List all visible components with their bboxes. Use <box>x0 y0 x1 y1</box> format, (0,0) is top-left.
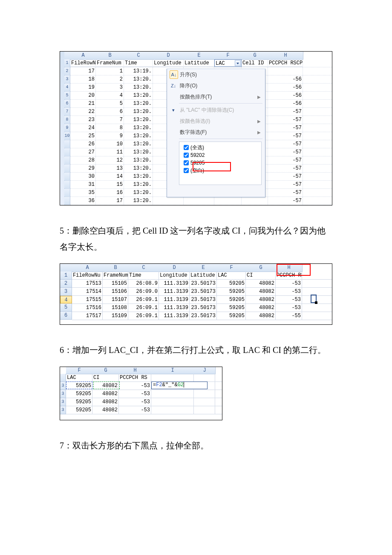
header-cell[interactable]: Latitude <box>190 272 217 279</box>
filter-checklist[interactable]: (全选) 59202 59205 (空白) <box>179 142 262 185</box>
data-cell[interactable]: -57 <box>268 132 303 140</box>
data-cell[interactable]: -53 <box>276 304 302 312</box>
data-cell[interactable]: -57 <box>268 116 303 124</box>
data-cell[interactable]: -53 <box>276 280 302 287</box>
data-cell[interactable]: 111.3139 <box>159 296 190 304</box>
data-cell[interactable]: 13:19. <box>124 67 153 75</box>
data-cell[interactable]: 15107 <box>103 296 128 304</box>
data-cell[interactable]: 26:08.9 <box>128 280 159 287</box>
data-cell[interactable]: -53 <box>119 398 151 406</box>
data-cell[interactable]: 15109 <box>103 312 128 320</box>
data-cell[interactable]: 26:09.1 <box>128 296 159 304</box>
data-cell[interactable]: -56 <box>268 100 303 107</box>
header-cell[interactable]: FileRowNu <box>70 59 96 67</box>
check-59202[interactable]: 59202 <box>182 151 259 159</box>
data-cell[interactable] <box>153 197 184 205</box>
data-cell[interactable]: 17517 <box>72 312 103 320</box>
data-cell[interactable]: -57 <box>268 189 303 197</box>
data-cell[interactable]: 59205 <box>217 280 246 287</box>
data-cell[interactable]: 27 <box>70 148 96 156</box>
data-cell[interactable] <box>151 398 194 406</box>
data-cell[interactable]: 59205 <box>66 398 92 406</box>
data-cell[interactable]: 23 <box>70 116 96 124</box>
data-cell[interactable]: 48082 <box>246 296 276 304</box>
header-cell[interactable]: FrameNum <box>96 59 124 67</box>
data-cell[interactable]: 14 <box>96 173 124 180</box>
data-cell[interactable]: 23.50173 <box>190 312 217 320</box>
data-cell[interactable]: 24 <box>70 124 96 132</box>
data-cell[interactable]: 16 <box>96 189 124 197</box>
data-cell[interactable]: 17 <box>70 67 96 75</box>
data-cell[interactable]: -57 <box>268 173 303 180</box>
data-cell[interactable]: 20 <box>70 92 96 99</box>
data-cell[interactable]: 8 <box>96 124 124 132</box>
data-cell[interactable]: 36 <box>70 197 96 205</box>
data-cell[interactable]: 26:09.1 <box>128 312 159 320</box>
data-cell[interactable] <box>214 197 242 205</box>
column-header[interactable]: D <box>159 264 190 272</box>
data-cell[interactable]: -57 <box>268 124 303 132</box>
data-cell[interactable]: 30 <box>70 173 96 180</box>
check-blank[interactable]: (空白) <box>182 167 259 174</box>
data-cell[interactable]: 111.3139 <box>159 280 190 287</box>
sort-color-item[interactable]: 按颜色排序(T) ▶ <box>167 91 265 102</box>
data-cell[interactable]: 22 <box>70 108 96 116</box>
data-cell[interactable]: 15108 <box>103 304 128 312</box>
column-header[interactable]: H <box>119 367 152 374</box>
data-cell[interactable]: 9 <box>96 132 124 140</box>
header-cell[interactable]: PCCPCH RSCP <box>268 59 303 67</box>
data-cell[interactable]: 23.50173 <box>190 304 217 312</box>
column-header[interactable]: I <box>151 367 194 374</box>
data-cell[interactable]: 15105 <box>103 280 128 287</box>
column-header[interactable]: C <box>124 52 153 60</box>
data-cell[interactable]: 15 <box>96 181 124 188</box>
header-cell[interactable] <box>194 374 215 382</box>
data-cell[interactable]: -57 <box>268 181 303 188</box>
column-header[interactable]: G <box>92 367 119 374</box>
data-cell[interactable]: 111.3139 <box>159 312 190 320</box>
data-cell[interactable] <box>242 197 268 205</box>
check-59205[interactable]: 59205 <box>182 159 259 167</box>
data-cell[interactable]: 48082 <box>246 288 276 295</box>
data-cell[interactable]: 59205 <box>66 390 92 398</box>
data-cell[interactable]: -53 <box>119 406 151 414</box>
column-header[interactable]: G <box>246 264 276 272</box>
data-cell[interactable]: -53 <box>276 288 302 295</box>
header-cell[interactable]: FileRowNu <box>72 272 103 279</box>
data-cell[interactable]: -53 <box>119 382 151 390</box>
data-cell[interactable]: 23.50173 <box>190 288 217 295</box>
data-cell[interactable] <box>268 67 303 75</box>
data-cell[interactable]: 26 <box>70 140 96 148</box>
data-cell[interactable]: 48082 <box>92 390 119 398</box>
data-cell[interactable]: -57 <box>268 197 303 205</box>
column-header[interactable]: J <box>194 367 216 374</box>
column-header[interactable]: G <box>242 52 268 60</box>
data-cell[interactable]: -53 <box>119 390 151 398</box>
data-cell[interactable] <box>194 390 215 398</box>
check-select-all[interactable]: (全选) <box>182 144 259 151</box>
data-cell[interactable]: 59205 <box>217 296 246 304</box>
data-cell[interactable]: 13:20. <box>124 165 153 172</box>
data-cell[interactable]: 111.3139 <box>159 304 190 312</box>
header-cell[interactable]: Longitude <box>153 59 184 67</box>
data-cell[interactable]: 13 <box>96 165 124 172</box>
filter-dropdown[interactable]: A↓ 升序(S) Z↓ 降序(O) 按颜色排序(T) ▶ ▾ 从 "LAC" 中… <box>167 69 265 197</box>
data-cell[interactable]: 48082 <box>92 382 119 390</box>
data-cell[interactable]: 13:20. <box>124 132 153 140</box>
data-cell[interactable]: -57 <box>268 156 303 164</box>
data-cell[interactable] <box>151 390 194 398</box>
header-cell[interactable]: LAC <box>214 59 242 67</box>
data-cell[interactable] <box>151 406 194 414</box>
header-cell[interactable]: PCCPCH RS <box>119 374 151 382</box>
column-header[interactable]: F <box>214 52 242 60</box>
data-cell[interactable]: 13:20. <box>124 148 153 156</box>
header-cell[interactable]: LAC <box>66 374 92 382</box>
column-header[interactable]: A <box>72 264 103 272</box>
data-cell[interactable]: 3 <box>96 84 124 91</box>
filter-dropdown-button[interactable] <box>235 60 241 66</box>
data-cell[interactable]: 25 <box>70 132 96 140</box>
data-cell[interactable]: 48082 <box>92 398 119 406</box>
data-cell[interactable]: -57 <box>268 108 303 116</box>
data-cell[interactable]: 13:20. <box>124 189 153 197</box>
data-cell[interactable]: 35 <box>70 189 96 197</box>
